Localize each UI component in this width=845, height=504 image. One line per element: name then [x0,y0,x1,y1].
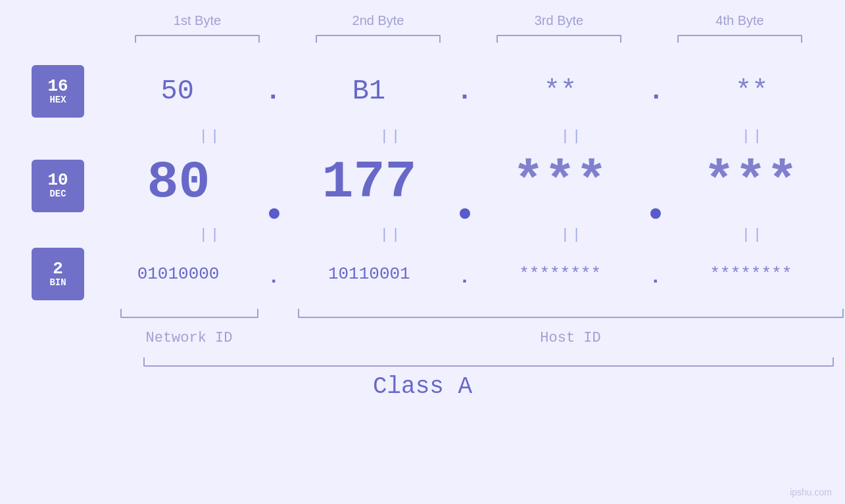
bin-row: 2 BIN 01010000 . 10110001 . ******** . *… [0,244,845,304]
eq2-b3: || [500,227,644,243]
dec-byte3: *** [488,146,633,219]
bin-badge-label: BIN [49,277,66,288]
class-bracket [143,357,834,367]
top-brackets [107,35,831,43]
bottom-brackets [120,309,844,318]
eq2-b4: || [681,227,825,243]
dec-byte4: *** [679,146,823,219]
hex-byte1: 50 [105,56,250,127]
bin-values: 01010000 . 10110001 . ******** . *******… [84,244,845,304]
bin-byte1: 01010000 [106,244,251,304]
bin-byte4: ******** [679,244,823,304]
dec-values: 80 177 *** *** [84,146,845,225]
dec-byte2: 177 [297,146,442,219]
host-bracket [298,309,844,318]
hex-badge-label: HEX [49,95,66,106]
hex-dot3: . [648,77,664,106]
bin-badge: 2 BIN [32,248,84,300]
dec-dot2 [460,208,470,219]
bracket-byte3 [496,35,621,43]
bracket-byte2 [316,35,441,43]
bin-byte3: ******** [488,244,633,304]
hex-values: 50 . B1 . ** . ** [84,56,845,127]
bin-byte2: 10110001 [297,244,441,304]
byte-headers: 1st Byte 2nd Byte 3rd Byte 4th Byte [107,13,831,28]
network-bracket [120,309,258,318]
footer: ipshu.com [790,487,832,497]
hex-dot1: . [265,77,281,106]
eq2-b1: || [138,227,283,243]
dec-dot1 [269,208,279,219]
bin-dot3: . [650,266,662,288]
hex-dot2: . [456,77,472,106]
hex-byte2: B1 [297,56,441,127]
dec-badge: 10 DEC [32,160,84,212]
byte1-header: 1st Byte [125,13,270,28]
hex-row: 16 HEX 50 . B1 . ** . ** [0,56,845,127]
eq1-b3: || [500,128,644,145]
eq1-b2: || [319,128,464,145]
bracket-byte4 [677,35,802,43]
equals-row-2: || || || || [120,225,844,244]
dec-row: 10 DEC 80 177 *** *** [0,146,845,225]
dec-badge-num: 10 [47,172,68,189]
page-container: 1st Byte 2nd Byte 3rd Byte 4th Byte 16 H… [0,0,845,504]
host-id-label: Host ID [298,330,844,346]
dec-dot3 [650,208,661,219]
eq1-b4: || [681,128,825,145]
hex-byte4: ** [679,56,824,127]
eq1-b1: || [138,128,283,145]
byte4-header: 4th Byte [667,13,812,28]
network-id-label: Network ID [120,330,258,346]
bin-badge-num: 2 [53,260,63,277]
hex-badge-num: 16 [47,78,68,95]
dec-byte1: 80 [107,146,251,219]
eq2-b2: || [319,227,464,243]
class-label: Class A [0,373,845,400]
equals-row-1: || || || || [120,127,844,146]
hex-badge: 16 HEX [32,65,84,118]
byte2-header: 2nd Byte [306,13,450,28]
byte3-header: 3rd Byte [487,13,631,28]
bracket-byte1 [135,35,260,43]
bin-dot1: . [268,266,279,288]
dec-badge-label: DEC [49,189,66,200]
hex-byte3: ** [488,56,633,127]
bin-dot2: . [458,266,470,288]
